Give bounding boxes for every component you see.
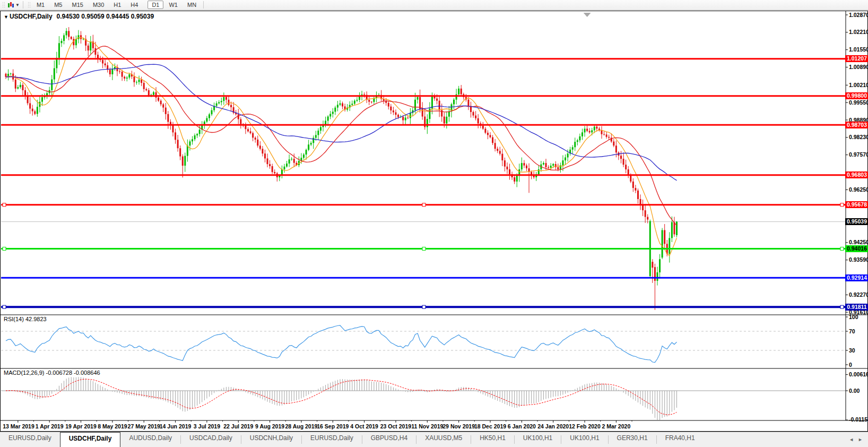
symbol-period-label: USDCHF,Daily xyxy=(10,13,53,20)
line-drag-handle[interactable] xyxy=(840,247,844,250)
toolbar-grip[interactable] xyxy=(2,2,5,8)
date-axis-label: 27 May 2019 xyxy=(128,423,160,429)
line-drag-handle[interactable] xyxy=(3,305,6,308)
line-drag-handle[interactable] xyxy=(840,305,844,308)
chart-window[interactable]: ▼USDCHF,Daily 0.94530 0.95059 0.94445 0.… xyxy=(0,11,868,432)
rsi-line xyxy=(6,325,677,363)
chart-tab-bar: EURUSD,DailyUSDCHF,DailyAUDUSD,DailyUSDC… xyxy=(0,432,868,447)
date-axis-label: 11 Nov 2019 xyxy=(411,423,443,429)
chart-tab-xauusd-m5[interactable]: XAUUSD,M5 xyxy=(416,432,471,447)
timeframe-buttons: M1M5M15M30H1H4D1W1MN xyxy=(32,2,201,8)
rsi-pane xyxy=(1,325,846,363)
timeframe-button-m5[interactable]: M5 xyxy=(50,1,66,9)
price-axis-tick-label: 0.96250 xyxy=(849,186,868,193)
price-axis-tick-label: 1.02870 xyxy=(849,12,868,19)
date-axis-label: 8 May 2019 xyxy=(98,423,127,429)
chart-tab-gbpusd-h4[interactable]: GBPUSD,H4 xyxy=(362,432,416,447)
price-level-badge-0.96803: 0.96803 xyxy=(845,171,868,178)
macd-axis-label: 0.00 xyxy=(849,388,860,394)
price-axis-tick-label: 1.00210 xyxy=(849,82,868,89)
tab-scroll-right-icon[interactable]: ► xyxy=(858,437,863,442)
line-drag-handle[interactable] xyxy=(422,247,426,250)
price-axis-tick-label: 0.97570 xyxy=(849,151,868,158)
date-axis-label: 23 Oct 2019 xyxy=(380,423,411,429)
ohlc-values: 0.94530 0.95059 0.94445 0.95039 xyxy=(57,13,154,20)
rsi-axis-label: 0 xyxy=(849,362,852,368)
timeframe-button-d1[interactable]: D1 xyxy=(147,1,163,9)
toolbar-grip[interactable] xyxy=(28,2,30,8)
date-axis-label: 28 Aug 2019 xyxy=(285,423,317,429)
candlestick-chart-canvas[interactable] xyxy=(1,11,868,432)
date-axis-label: 29 Nov 2019 xyxy=(442,423,475,429)
collapse-triangle-icon[interactable]: ▼ xyxy=(4,14,8,20)
date-axis-label: 24 Jan 2020 xyxy=(537,423,569,429)
price-level-badge-0.98703: 0.98703 xyxy=(845,122,868,128)
rsi-axis-label: 30 xyxy=(849,347,855,354)
chart-title: ▼USDCHF,Daily 0.94530 0.95059 0.94445 0.… xyxy=(4,13,154,20)
macd-pane xyxy=(1,377,846,420)
tab-scroll-arrows: ◄ ► xyxy=(849,432,868,447)
chart-tab-ger30-h1[interactable]: GER30,H1 xyxy=(609,432,656,447)
price-level-badge-1.01207: 1.01207 xyxy=(845,55,868,62)
date-axis-label: 16 Sep 2019 xyxy=(317,423,349,429)
bar-chart-icon[interactable] xyxy=(7,2,14,8)
toolbar-separator xyxy=(23,1,23,8)
date-axis-label: 6 Jan 2020 xyxy=(508,423,536,429)
line-drag-handle[interactable] xyxy=(422,305,426,308)
timeframe-button-w1[interactable]: W1 xyxy=(164,1,182,9)
macd-axis-label: 0.006167 xyxy=(849,371,868,378)
main-price-pane xyxy=(1,27,846,310)
price-level-badge-0.95678: 0.95678 xyxy=(845,201,868,208)
line-drag-handle[interactable] xyxy=(3,203,6,207)
line-drag-handle[interactable] xyxy=(422,203,426,207)
rsi-axis-label: 100 xyxy=(849,314,858,321)
timeframe-button-m30[interactable]: M30 xyxy=(89,1,108,9)
chart-tab-eurusd-daily[interactable]: EURUSD,Daily xyxy=(0,432,60,447)
timeframe-button-mn[interactable]: MN xyxy=(183,1,201,9)
chart-tab-usdchf-daily[interactable]: USDCHF,Daily xyxy=(60,432,121,447)
date-axis-label: 12 Feb 2020 xyxy=(569,423,601,429)
price-axis-tick-label: 1.01550 xyxy=(849,46,868,53)
tab-scroll-left-icon[interactable]: ◄ xyxy=(849,437,854,442)
chart-tab-usdcnh-daily[interactable]: USDCNH,Daily xyxy=(241,432,301,447)
date-axis-label: 22 Jul 2019 xyxy=(223,423,253,429)
price-level-badge-0.91811: 0.91811 xyxy=(845,304,868,311)
date-axis-label: 18 Dec 2019 xyxy=(474,423,506,429)
moving-average-line-21 xyxy=(6,46,677,226)
chevron-down-icon[interactable]: ▼ xyxy=(15,3,20,7)
date-axis-label: 9 Aug 2019 xyxy=(255,423,284,429)
chart-tab-uk100-h1[interactable]: UK100,H1 xyxy=(561,432,607,447)
chart-tab-eurusd-daily[interactable]: EURUSD,Daily xyxy=(302,432,362,447)
price-axis-tick-label: 1.00890 xyxy=(849,64,868,71)
timeframe-toolbar: ▼ M1M5M15M30H1H4D1W1MN xyxy=(0,0,868,10)
date-axis-label: 19 Apr 2019 xyxy=(65,423,97,429)
line-drag-handle[interactable] xyxy=(3,247,6,250)
price-axis-tick-label: 0.99550 xyxy=(849,99,868,106)
chart-tab-hk50-h1[interactable]: HK50,H1 xyxy=(471,432,514,447)
chart-tab-usdcad-daily[interactable]: USDCAD,Daily xyxy=(181,432,241,447)
date-axis-label: 13 Mar 2019 xyxy=(3,423,34,429)
timeframe-button-h4[interactable]: H4 xyxy=(126,1,142,9)
moving-average-line-8 xyxy=(6,38,677,256)
chart-tabs: EURUSD,DailyUSDCHF,DailyAUDUSD,DailyUSDC… xyxy=(0,432,704,447)
timeframe-button-m1[interactable]: M1 xyxy=(32,1,49,9)
chart-tab-uk100-h1[interactable]: UK100,H1 xyxy=(515,432,561,447)
rsi-axis-label: 70 xyxy=(849,328,855,335)
macd-signal-line xyxy=(6,379,677,415)
date-axis-label: 3 Jul 2019 xyxy=(194,423,220,429)
rsi-indicator-label: RSI(14) 42.9823 xyxy=(4,316,47,322)
triangle-marker-icon xyxy=(584,13,591,17)
date-axis-label: 1 Apr 2019 xyxy=(36,423,64,429)
macd-axis-label: -0.011531 xyxy=(849,416,868,423)
price-level-badge-0.95039: 0.95039 xyxy=(845,218,868,225)
price-level-badge-0.99800: 0.99800 xyxy=(845,92,868,99)
chart-tab-audusd-daily[interactable]: AUDUSD,Daily xyxy=(120,432,180,447)
line-drag-handle[interactable] xyxy=(840,203,844,207)
trading-app-window: ▼ M1M5M15M30H1H4D1W1MN ▼USDCHF,Daily 0.9… xyxy=(0,0,868,447)
timeframe-button-m15[interactable]: M15 xyxy=(67,1,87,9)
timeframe-button-h1[interactable]: H1 xyxy=(109,1,125,9)
price-axis-tick-label: 1.02210 xyxy=(849,29,868,36)
toolbar-separator xyxy=(203,1,204,8)
chart-tab-fra40-h1[interactable]: FRA40,H1 xyxy=(657,432,704,447)
price-level-badge-0.94016: 0.94016 xyxy=(845,245,868,252)
